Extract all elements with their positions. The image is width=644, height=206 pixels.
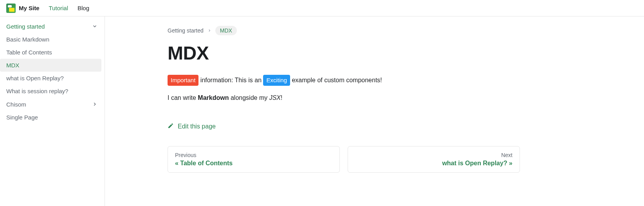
text-bold: Markdown (198, 94, 229, 101)
main-content: Getting started MDX MDX Important inform… (105, 16, 536, 206)
sidebar-category-label: Getting started (6, 23, 45, 30)
next-page-card[interactable]: Next what is Open Replay? » (348, 146, 520, 173)
edit-page-label: Edit this page (178, 123, 216, 130)
text-italic: JSX (269, 94, 281, 101)
sidebar-category-label: Chisom (6, 101, 26, 108)
text: alongside my (229, 94, 269, 101)
sidebar-item-session-replay[interactable]: What is session replay? (0, 85, 105, 98)
sidebar-item-label: what is Open Replay? (6, 75, 64, 81)
pencil-icon (168, 123, 174, 130)
sidebar-item-label: MDX (6, 62, 19, 69)
logo-icon (6, 4, 16, 13)
text: I can write (168, 94, 198, 101)
prev-page-card[interactable]: Previous « Table of Contents (168, 146, 340, 173)
edit-page-link[interactable]: Edit this page (168, 123, 216, 130)
chevron-right-icon (207, 27, 211, 34)
sidebar-item-open-replay[interactable]: what is Open Replay? (0, 72, 105, 85)
sidebar-item-basic-markdown[interactable]: Basic Markdown (0, 33, 105, 46)
brand-text: My Site (19, 5, 40, 11)
badge-exciting: Exciting (263, 75, 290, 86)
badge-important: Important (168, 75, 198, 86)
text: ! (281, 94, 282, 101)
page-title: MDX (168, 42, 520, 64)
prev-title: « Table of Contents (175, 160, 332, 167)
breadcrumb: Getting started MDX (168, 26, 520, 35)
sidebar: Getting started Basic Markdown Table of … (0, 16, 105, 206)
sidebar-item-single-page[interactable]: Single Page (0, 111, 105, 124)
sidebar-item-label: Basic Markdown (6, 36, 49, 43)
chevron-right-icon (91, 101, 98, 108)
sidebar-item-label: What is session replay? (6, 88, 68, 94)
text: example of custom components! (290, 77, 382, 83)
sidebar-item-label: Single Page (6, 114, 38, 121)
brand[interactable]: My Site (6, 4, 40, 13)
breadcrumb-parent[interactable]: Getting started (168, 27, 204, 34)
nav-link-blog[interactable]: Blog (78, 5, 89, 11)
paragraph: I can write Markdown alongside my JSX! (168, 93, 520, 103)
sidebar-item-label: Table of Contents (6, 49, 52, 56)
text: information: This is an (198, 77, 263, 83)
chevron-down-icon (91, 23, 98, 30)
nav-link-tutorial[interactable]: Tutorial (49, 5, 68, 11)
paragraph: Important information: This is an Exciti… (168, 75, 520, 86)
sidebar-item-table-of-contents[interactable]: Table of Contents (0, 46, 105, 59)
prev-label: Previous (175, 152, 332, 158)
next-title: what is Open Replay? » (355, 160, 512, 167)
sidebar-category-chisom[interactable]: Chisom (0, 98, 105, 111)
navbar: My Site Tutorial Blog (0, 0, 644, 16)
sidebar-item-mdx[interactable]: MDX (0, 59, 101, 72)
breadcrumb-current: MDX (215, 26, 237, 35)
next-label: Next (355, 152, 512, 158)
sidebar-category-getting-started[interactable]: Getting started (0, 20, 105, 33)
page-navigation: Previous « Table of Contents Next what i… (168, 146, 520, 173)
